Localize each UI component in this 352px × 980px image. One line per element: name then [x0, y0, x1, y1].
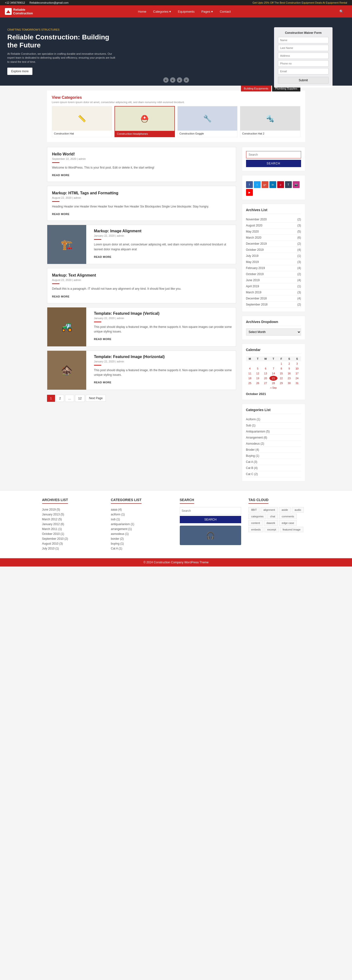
footer-archive-item[interactable]: March 2011 (1) — [42, 527, 104, 531]
tab-building-equipments[interactable]: Building Equipments — [241, 86, 271, 91]
footer-archive-item[interactable]: July 2010 (1) — [42, 546, 104, 551]
nav-contact[interactable]: Contact — [216, 6, 234, 17]
archive-item[interactable]: November 2020(2) — [246, 216, 301, 223]
explore-button[interactable]: Explore more — [7, 68, 32, 75]
tag-aside[interactable]: aside — [279, 507, 291, 512]
tag-chat[interactable]: chat — [267, 514, 278, 519]
footer-archive-item[interactable]: August 2010 (3) — [42, 541, 104, 546]
category-item[interactable]: Arrangement (6) — [246, 435, 301, 441]
archive-item[interactable]: February 2019(4) — [246, 265, 301, 271]
archive-item[interactable]: May 2019(3) — [246, 259, 301, 265]
category-item[interactable]: Buying (1) — [246, 453, 301, 459]
archive-item[interactable]: June 2019(4) — [246, 277, 301, 283]
social-youtube[interactable]: ▶ — [246, 189, 253, 196]
archive-item[interactable]: October 2019(2) — [246, 271, 301, 277]
footer-category-item[interactable]: sub (1) — [111, 517, 173, 522]
social-google[interactable]: g+ — [262, 181, 269, 188]
form-email[interactable] — [278, 68, 329, 75]
read-more-3[interactable]: READ MORE — [94, 255, 112, 258]
social-tumblr[interactable]: T — [285, 181, 292, 188]
dot-2[interactable]: ● — [170, 77, 175, 83]
category-item[interactable]: Cat A (3) — [246, 459, 301, 465]
footer-search-input[interactable] — [180, 507, 242, 514]
archive-item[interactable]: August 2020(3) — [246, 223, 301, 229]
footer-category-item[interactable]: arrangement (1) — [111, 527, 173, 531]
category-item[interactable]: Asmodeus (2) — [246, 441, 301, 447]
read-more-4[interactable]: READ MORE — [52, 295, 70, 298]
nav-pages[interactable]: Pages ▾ — [198, 6, 216, 17]
page-12[interactable]: 12 — [75, 395, 85, 402]
footer-archive-item[interactable]: March 2012 (5) — [42, 517, 104, 522]
tag-alignment[interactable]: alignment — [261, 507, 278, 512]
category-card-3[interactable]: 🔧 Construction Goggle — [178, 106, 238, 137]
footer-category-item[interactable]: aciform (1) — [111, 512, 173, 517]
tag-edge-case[interactable]: edge case — [279, 520, 297, 526]
tag-8bit[interactable]: 8BIT — [248, 507, 259, 512]
tag-excerpt[interactable]: excerpt — [264, 527, 279, 532]
category-card-2[interactable]: ⛑️ Construction Headphones — [115, 106, 175, 137]
read-more-6[interactable]: READ MORE — [94, 381, 112, 384]
archive-item[interactable]: December 2018(4) — [246, 296, 301, 302]
category-item[interactable]: Sub (1) — [246, 423, 301, 429]
social-facebook[interactable]: f — [246, 181, 253, 188]
form-name[interactable] — [278, 37, 329, 43]
archive-item[interactable]: March 2020(6) — [246, 235, 301, 241]
social-linkedin[interactable]: in — [269, 181, 276, 188]
social-instagram[interactable]: 📷 — [293, 181, 300, 188]
nav-home[interactable]: Home — [134, 6, 150, 17]
sidebar-search-input[interactable] — [246, 151, 301, 158]
sidebar-search-button[interactable]: SEARCH — [246, 160, 301, 167]
archive-item[interactable]: July 2019(1) — [246, 253, 301, 259]
tag-audio[interactable]: audio — [292, 507, 304, 512]
footer-category-item[interactable]: aaaa (4) — [111, 507, 173, 512]
archive-item[interactable]: May 2020(5) — [246, 229, 301, 235]
tag-dawork[interactable]: dawork — [264, 520, 278, 526]
tag-categories[interactable]: categories — [248, 514, 266, 519]
footer-archive-item[interactable]: January 2012 (6) — [42, 522, 104, 527]
category-card-1[interactable]: 📏 Construction Hat — [52, 106, 112, 137]
footer-category-item[interactable]: antiquarianism (1) — [111, 522, 173, 527]
footer-category-item[interactable]: buying (1) — [111, 541, 173, 546]
footer-category-item[interactable]: asmodeus (1) — [111, 531, 173, 536]
form-address[interactable] — [278, 52, 329, 59]
social-twitter[interactable]: t — [254, 181, 261, 188]
footer-archive-item[interactable]: June 2019 (5) — [42, 507, 104, 512]
social-pinterest[interactable]: p — [277, 181, 284, 188]
tag-content[interactable]: content — [248, 520, 262, 526]
page-1[interactable]: 1 — [47, 395, 55, 402]
footer-archive-item[interactable]: September 2010 (2) — [42, 536, 104, 541]
footer-archive-item[interactable]: October 2010 (1) — [42, 531, 104, 536]
nav-search-icon[interactable]: 🔍 — [336, 6, 347, 17]
category-item[interactable]: Antiquarianism (5) — [246, 429, 301, 435]
form-phone[interactable] — [278, 60, 329, 67]
form-submit[interactable]: Submit — [278, 77, 329, 84]
category-card-4[interactable]: 🔩 Construction Hat 2 — [240, 106, 300, 137]
footer-search-button[interactable]: SEARCH — [180, 516, 242, 523]
archive-item[interactable]: December 2019(2) — [246, 241, 301, 247]
next-page-button[interactable]: Next Page — [86, 395, 106, 402]
category-item[interactable]: Broder (4) — [246, 447, 301, 453]
footer-archive-item[interactable]: January 2013 (5) — [42, 512, 104, 517]
nav-categories[interactable]: Categories ▾ — [150, 6, 174, 17]
category-item[interactable]: Cat B (4) — [246, 465, 301, 471]
read-more-5[interactable]: READ MORE — [94, 337, 112, 340]
nav-equipments[interactable]: Equipments — [174, 6, 198, 17]
form-lastname[interactable] — [278, 45, 329, 51]
archives-select[interactable]: Select Month — [246, 328, 301, 336]
tag-comments[interactable]: comments — [279, 514, 297, 519]
dot-3[interactable]: ● — [177, 77, 182, 83]
archive-item[interactable]: September 2018(2) — [246, 302, 301, 308]
tag-featured-image[interactable]: featured image — [280, 527, 303, 532]
read-more-2[interactable]: READ MORE — [52, 213, 70, 215]
footer-category-item[interactable]: border (2) — [111, 536, 173, 541]
dot-4[interactable]: ● — [184, 77, 189, 83]
category-item[interactable]: Aciform (1) — [246, 417, 301, 423]
archive-item[interactable]: March 2019(3) — [246, 290, 301, 296]
tag-embeds[interactable]: embeds — [248, 527, 263, 532]
category-item[interactable]: Cat C (2) — [246, 471, 301, 477]
archive-item[interactable]: April 2019(1) — [246, 283, 301, 290]
page-2[interactable]: 2 — [56, 395, 64, 402]
footer-category-item[interactable]: Cat A (1) — [111, 546, 173, 551]
dot-1[interactable]: ● — [163, 77, 168, 83]
archive-item[interactable]: October 2019(4) — [246, 247, 301, 253]
